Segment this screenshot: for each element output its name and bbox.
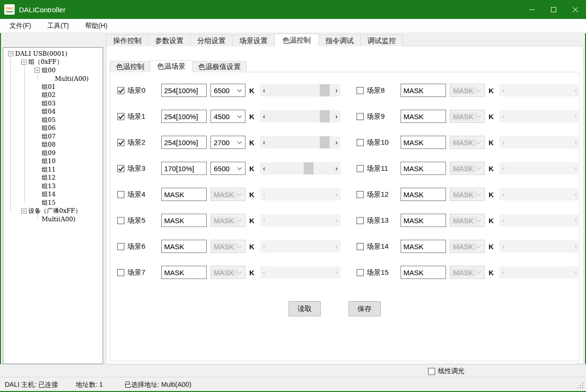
scene-checkbox[interactable] bbox=[117, 165, 124, 172]
tree-item[interactable]: Multi(A00) bbox=[3, 75, 103, 83]
tab-debug-monitor[interactable]: 调试监控 bbox=[360, 35, 403, 46]
scene-value-input[interactable] bbox=[401, 240, 446, 253]
scrollbar-left-arrow[interactable]: ‹ bbox=[260, 110, 268, 122]
scene-checkbox[interactable] bbox=[117, 269, 124, 276]
scene-checkbox[interactable] bbox=[357, 191, 364, 198]
scrollbar-right-arrow[interactable]: › bbox=[332, 110, 341, 122]
tree-item[interactable]: 组07 bbox=[3, 132, 103, 141]
tree-item[interactable]: 组12 bbox=[3, 174, 103, 183]
scene-value-input[interactable] bbox=[161, 266, 207, 279]
tree-expander-icon[interactable] bbox=[21, 209, 26, 214]
scrollbar-thumb[interactable] bbox=[320, 110, 330, 122]
scrollbar-left-arrow[interactable]: ‹ bbox=[260, 136, 268, 148]
scene-temp-scrollbar[interactable]: ‹ › bbox=[260, 136, 341, 148]
tree-item[interactable]: 组11 bbox=[3, 166, 103, 174]
tree-item[interactable]: DALI USB(0001) bbox=[3, 50, 103, 58]
menu-file[interactable]: 文件(F) bbox=[3, 19, 38, 33]
scene-checkbox[interactable] bbox=[117, 217, 124, 224]
scene-temp-dropdown[interactable]: 2700 bbox=[210, 136, 245, 149]
tab-grouping-settings[interactable]: 分组设置 bbox=[190, 35, 233, 46]
tree-item[interactable]: 组03 bbox=[3, 99, 103, 108]
scene-checkbox[interactable] bbox=[357, 269, 364, 276]
tab-command-debug[interactable]: 指令调试 bbox=[318, 35, 361, 46]
tree-item[interactable]: 组15 bbox=[3, 199, 103, 207]
scene-checkbox[interactable] bbox=[117, 113, 124, 120]
scrollbar-right-arrow[interactable]: › bbox=[332, 84, 341, 96]
scene-temp-dropdown[interactable]: 4500 bbox=[210, 110, 245, 123]
tree-item[interactable]: 组06 bbox=[3, 124, 103, 133]
scrollbar-thumb[interactable] bbox=[320, 136, 330, 148]
scene-checkbox[interactable] bbox=[357, 139, 364, 146]
tab-scene-settings[interactable]: 场景设置 bbox=[232, 35, 275, 46]
tree-expander-icon[interactable] bbox=[8, 51, 13, 56]
subtab-color-temp-scene[interactable]: 色温场景 bbox=[150, 60, 192, 72]
scrollbar-right-arrow[interactable]: › bbox=[332, 136, 341, 148]
tree-item[interactable]: 组09 bbox=[3, 149, 103, 157]
scrollbar-thumb[interactable] bbox=[304, 162, 314, 174]
subtab-color-temp-control[interactable]: 色温控制 bbox=[110, 61, 150, 72]
scene-checkbox[interactable] bbox=[117, 243, 124, 250]
scrollbar-thumb[interactable] bbox=[320, 84, 330, 96]
scene-checkbox[interactable] bbox=[117, 191, 124, 198]
scene-value-input[interactable] bbox=[401, 162, 446, 175]
tree-item[interactable]: 组08 bbox=[3, 141, 103, 149]
scene-checkbox[interactable] bbox=[357, 113, 364, 120]
scene-temp-scrollbar[interactable]: ‹ › bbox=[260, 162, 341, 174]
scene-checkbox[interactable] bbox=[357, 217, 364, 224]
subtab-color-temp-limits[interactable]: 色温极值设置 bbox=[192, 61, 247, 72]
minimize-button[interactable] bbox=[521, 0, 542, 19]
tree-item[interactable]: 组13 bbox=[3, 182, 103, 191]
close-button[interactable] bbox=[564, 0, 586, 19]
scene-value-input[interactable] bbox=[161, 136, 207, 149]
tree-item[interactable]: Multi(A00) bbox=[3, 215, 103, 224]
scrollbar-track[interactable] bbox=[268, 110, 332, 122]
scrollbar-left-arrow[interactable]: ‹ bbox=[260, 84, 268, 96]
scrollbar-track[interactable] bbox=[268, 162, 332, 174]
save-button[interactable]: 保存 bbox=[349, 301, 381, 316]
scene-value-input[interactable] bbox=[161, 188, 207, 201]
scene-value-input[interactable] bbox=[401, 214, 446, 227]
scene-temp-scrollbar[interactable]: ‹ › bbox=[260, 110, 341, 122]
scene-value-input[interactable] bbox=[161, 110, 207, 123]
tree-item[interactable]: 组10 bbox=[3, 157, 103, 166]
tree-item[interactable]: 组00 bbox=[3, 66, 103, 75]
scene-checkbox[interactable] bbox=[117, 87, 124, 94]
scene-temp-dropdown[interactable]: 6500 bbox=[210, 84, 245, 97]
scrollbar-right-arrow[interactable]: › bbox=[332, 162, 341, 174]
scrollbar-left-arrow[interactable]: ‹ bbox=[260, 162, 268, 174]
tree-expander-icon[interactable] bbox=[21, 60, 26, 65]
linear-dimming-checkbox[interactable]: 线性调光 bbox=[428, 367, 464, 375]
tree-item[interactable]: 组14 bbox=[3, 191, 103, 199]
scene-value-input[interactable] bbox=[401, 188, 446, 201]
maximize-button[interactable] bbox=[542, 0, 564, 19]
scene-checkbox[interactable] bbox=[117, 139, 124, 146]
tree-item[interactable]: 设备（广播0xFF） bbox=[3, 207, 103, 216]
scene-checkbox[interactable] bbox=[357, 87, 364, 94]
scene-value-input[interactable] bbox=[161, 240, 207, 253]
scene-value-input[interactable] bbox=[401, 110, 446, 123]
scene-value-input[interactable] bbox=[401, 136, 446, 149]
menu-help[interactable]: 帮助(H) bbox=[79, 19, 114, 33]
scene-value-input[interactable] bbox=[161, 214, 207, 227]
tree-item[interactable]: 组（0xFF） bbox=[3, 58, 103, 67]
scrollbar-track[interactable] bbox=[268, 84, 332, 96]
tree-item[interactable]: 组01 bbox=[3, 83, 103, 91]
scene-value-input[interactable] bbox=[401, 84, 446, 97]
tab-parameter-settings[interactable]: 参数设置 bbox=[148, 35, 191, 46]
tree-item[interactable]: 组05 bbox=[3, 116, 103, 124]
scene-value-input[interactable] bbox=[161, 84, 207, 97]
tab-operation-control[interactable]: 操作控制 bbox=[106, 35, 149, 46]
scene-value-input[interactable] bbox=[161, 162, 207, 175]
scene-temp-dropdown[interactable]: 6500 bbox=[210, 162, 245, 175]
scene-checkbox[interactable] bbox=[357, 243, 364, 250]
scene-temp-scrollbar[interactable]: ‹ › bbox=[260, 84, 341, 96]
tree-item[interactable]: 组02 bbox=[3, 91, 103, 100]
resize-grip[interactable] bbox=[577, 383, 584, 389]
tree-item[interactable]: 组04 bbox=[3, 108, 103, 116]
scene-value-input[interactable] bbox=[401, 266, 446, 279]
menu-tools[interactable]: 工具(T) bbox=[41, 19, 76, 33]
tab-color-temp-control[interactable]: 色温控制 bbox=[274, 34, 319, 46]
scrollbar-track[interactable] bbox=[268, 136, 332, 148]
scene-checkbox[interactable] bbox=[357, 165, 364, 172]
tree-expander-icon[interactable] bbox=[35, 68, 40, 73]
